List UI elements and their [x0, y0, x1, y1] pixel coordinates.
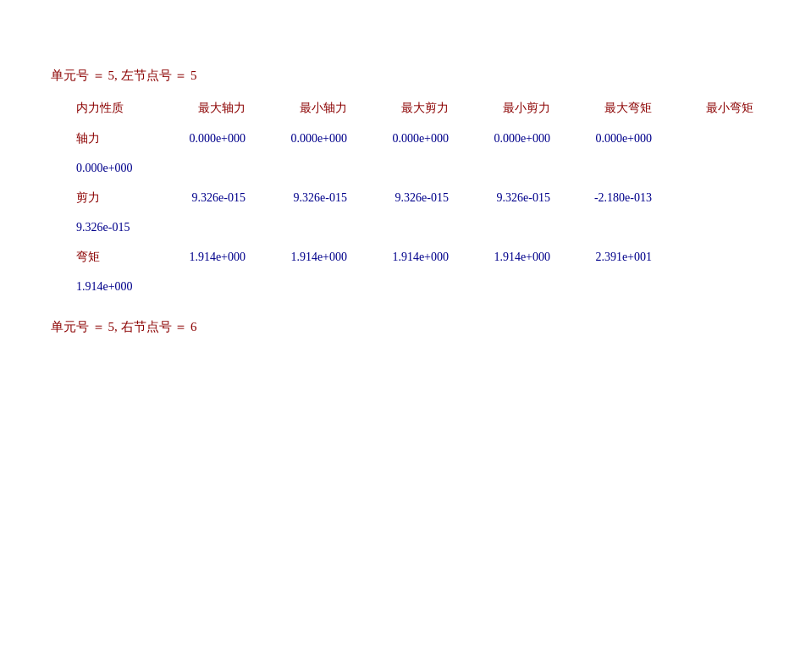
moment-label: 弯矩: [51, 250, 152, 265]
shear-v5: -2.180e-013: [559, 191, 652, 205]
th-label: 内力性质: [51, 101, 152, 116]
moment-values: 1.914e+000 1.914e+000 1.914e+000 1.914e+…: [152, 251, 652, 264]
footer-section-header: 单元号 ＝ 5, 右节点号 ＝ 6: [51, 319, 749, 335]
moment-row: 弯矩 1.914e+000 1.914e+000 1.914e+000 1.91…: [51, 250, 749, 265]
shear-force-label: 剪力: [51, 190, 152, 206]
th-max-axial: 最大轴力: [152, 101, 246, 116]
section-1-header: 单元号 ＝ 5, 左节点号 ＝ 5: [51, 68, 749, 84]
shear-v4: 9.326e-015: [457, 191, 550, 205]
th-min-axial: 最小轴力: [254, 101, 347, 116]
moment-v4: 1.914e+000: [457, 251, 550, 264]
th-max-shear: 最大剪力: [356, 101, 449, 116]
moment-v1: 1.914e+000: [152, 251, 246, 264]
moment-v5: 2.391e+001: [559, 251, 652, 264]
shear-force-overflow: 9.326e-015: [51, 221, 749, 234]
axial-force-overflow: 0.000e+000: [51, 162, 749, 175]
moment-overflow: 1.914e+000: [51, 280, 749, 294]
shear-force-row: 剪力 9.326e-015 9.326e-015 9.326e-015 9.32…: [51, 190, 749, 206]
th-min-shear: 最小剪力: [457, 101, 550, 116]
shear-v3: 9.326e-015: [356, 191, 449, 205]
table-header-row: 内力性质 最大轴力 最小轴力 最大剪力 最小剪力 最大弯矩 最小弯矩: [51, 101, 749, 116]
axial-force-row: 轴力 0.000e+000 0.000e+000 0.000e+000 0.00…: [51, 131, 749, 146]
axial-v3: 0.000e+000: [356, 132, 449, 146]
th-values: 最大轴力 最小轴力 最大剪力 最小剪力 最大弯矩 最小弯矩: [152, 101, 753, 116]
shear-force-values: 9.326e-015 9.326e-015 9.326e-015 9.326e-…: [152, 191, 652, 205]
axial-v4: 0.000e+000: [457, 132, 550, 146]
axial-force-values: 0.000e+000 0.000e+000 0.000e+000 0.000e+…: [152, 132, 652, 146]
page-content: 单元号 ＝ 5, 左节点号 ＝ 5 内力性质 最大轴力 最小轴力 最大剪力 最小…: [51, 68, 749, 335]
section-1: 单元号 ＝ 5, 左节点号 ＝ 5 内力性质 最大轴力 最小轴力 最大剪力 最小…: [51, 68, 749, 294]
th-max-moment: 最大弯矩: [559, 101, 652, 116]
shear-v2: 9.326e-015: [254, 191, 347, 205]
axial-v1: 0.000e+000: [152, 132, 246, 146]
th-min-moment: 最小弯矩: [660, 101, 753, 116]
shear-v1: 9.326e-015: [152, 191, 246, 205]
axial-force-label: 轴力: [51, 131, 152, 146]
moment-v2: 1.914e+000: [254, 251, 347, 264]
moment-v3: 1.914e+000: [356, 251, 449, 264]
axial-v2: 0.000e+000: [254, 132, 347, 146]
axial-v5: 0.000e+000: [559, 132, 652, 146]
